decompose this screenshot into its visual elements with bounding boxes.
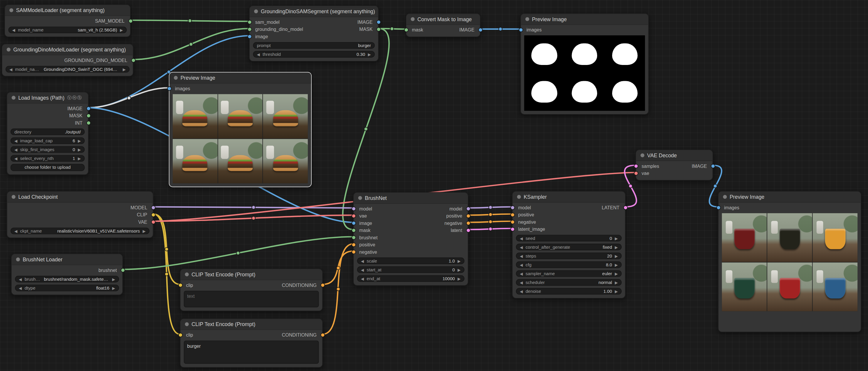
collapse-toggle-icon[interactable] (723, 195, 727, 199)
node-load-checkpoint[interactable]: Load Checkpoint MODEL CLIP VAE ckpt_name… (7, 191, 153, 238)
increment-arrow-icon[interactable] (615, 289, 618, 293)
output-port-mask[interactable] (376, 27, 381, 31)
node-brushnet[interactable]: BrushNet model model vae positive image … (353, 192, 468, 286)
prompt-widget[interactable]: prompt burger (253, 42, 375, 49)
decrement-arrow-icon[interactable] (361, 268, 364, 272)
denoise-widget[interactable]: denoise 1.00 (516, 288, 622, 294)
model-name-widget[interactable]: model_name sam_vit_h (2.56GB) (8, 26, 127, 33)
node-preview-image-source[interactable]: Preview Image images (169, 72, 312, 187)
input-port-model[interactable] (351, 206, 356, 211)
increment-arrow-icon[interactable] (78, 156, 81, 160)
increment-arrow-icon[interactable] (458, 268, 461, 272)
output-port-mask[interactable] (86, 113, 90, 118)
next-arrow-icon[interactable] (123, 67, 126, 71)
output-port-conditioning[interactable] (320, 333, 324, 337)
decrement-arrow-icon[interactable] (361, 277, 364, 281)
prev-arrow-icon[interactable] (9, 67, 12, 71)
node-title-bar[interactable]: SAMModelLoader (segment anything) (5, 5, 130, 16)
output-port-grounding-dino-model[interactable] (131, 58, 135, 62)
collapse-toggle-icon[interactable] (174, 76, 178, 80)
input-port-images[interactable] (716, 205, 720, 209)
brushnet-model-widget[interactable]: brushnet brushnet/random_mask.safetensor… (15, 276, 119, 283)
input-port-positive[interactable] (351, 242, 356, 247)
output-port-negative[interactable] (466, 221, 470, 225)
collapse-toggle-icon[interactable] (640, 153, 644, 157)
choose-folder-button[interactable]: choose folder to upload (10, 164, 85, 171)
cfg-widget[interactable]: cfg 8.0 (516, 261, 622, 268)
decrement-arrow-icon[interactable] (520, 289, 523, 293)
output-port-image[interactable] (711, 164, 715, 168)
next-arrow-icon[interactable] (615, 272, 618, 276)
node-title-bar[interactable]: BrushNet (354, 193, 468, 204)
node-title-bar[interactable]: CLIP Text Encode (Prompt) (180, 319, 322, 330)
decrement-arrow-icon[interactable] (14, 148, 17, 151)
prev-arrow-icon[interactable] (19, 286, 22, 290)
prev-arrow-icon[interactable] (520, 245, 523, 249)
node-brushnet-loader[interactable]: BrushNet Loader brushnet brushnet brushn… (11, 254, 123, 295)
prev-arrow-icon[interactable] (520, 272, 523, 276)
increment-arrow-icon[interactable] (78, 148, 81, 151)
input-port-vae[interactable] (351, 213, 356, 218)
node-ksampler[interactable]: KSampler model LATENT positive negative … (512, 191, 625, 298)
next-arrow-icon[interactable] (143, 229, 146, 233)
node-title-bar[interactable]: GroundingDinoSAMSegment (segment anythin… (250, 6, 378, 17)
node-title-bar[interactable]: Load Images (Path) ⓋⒽⓈ (7, 93, 88, 104)
steps-widget[interactable]: steps 20 (516, 253, 622, 259)
node-title-bar[interactable]: Preview Image (718, 192, 861, 203)
node-clip-text-encode-negative[interactable]: CLIP Text Encode (Prompt) clip CONDITION… (180, 269, 322, 311)
node-grounding-dino-sam-segment[interactable]: GroundingDinoSAMSegment (segment anythin… (249, 6, 379, 61)
input-port-clip[interactable] (178, 333, 182, 337)
collapse-toggle-icon[interactable] (12, 195, 16, 199)
input-port-negative[interactable] (510, 220, 515, 224)
decrement-arrow-icon[interactable] (14, 139, 17, 143)
control-after-generate-widget[interactable]: control_after_generate fixed (516, 244, 622, 251)
collapse-toggle-icon[interactable] (525, 17, 529, 21)
scale-widget[interactable]: scale 1.0 (357, 258, 465, 264)
prompt-textarea[interactable]: burger (184, 340, 319, 364)
increment-arrow-icon[interactable] (615, 263, 618, 267)
collapse-toggle-icon[interactable] (185, 273, 189, 276)
model-name-widget[interactable]: model_name GroundingDINO_SwinT_OGC (694M… (6, 66, 129, 73)
node-convert-mask-to-image[interactable]: Convert Mask to Image mask IMAGE (406, 13, 480, 37)
output-port-image[interactable] (478, 27, 482, 32)
node-sam-model-loader[interactable]: SAMModelLoader (segment anything) SAM_MO… (4, 4, 131, 37)
input-port-mask[interactable] (404, 27, 408, 32)
decrement-arrow-icon[interactable] (361, 259, 364, 263)
decrement-arrow-icon[interactable] (520, 254, 523, 258)
output-port-model[interactable] (151, 205, 155, 209)
output-port-int[interactable] (86, 120, 90, 125)
node-title-bar[interactable]: CLIP Text Encode (Prompt) (180, 269, 322, 280)
input-port-image[interactable] (351, 221, 356, 225)
output-port-latent[interactable] (466, 228, 470, 232)
collapse-toggle-icon[interactable] (358, 196, 362, 200)
decrement-arrow-icon[interactable] (520, 236, 523, 240)
output-port-clip[interactable] (151, 212, 155, 217)
next-arrow-icon[interactable] (120, 28, 123, 32)
input-port-images[interactable] (167, 86, 171, 90)
node-vae-decode[interactable]: VAE Decode samples IMAGE vae (636, 150, 713, 180)
increment-arrow-icon[interactable] (78, 139, 81, 143)
next-arrow-icon[interactable] (615, 281, 618, 284)
increment-arrow-icon[interactable] (458, 277, 461, 281)
prev-arrow-icon[interactable] (19, 277, 22, 281)
input-port-images[interactable] (519, 27, 523, 32)
output-port-conditioning[interactable] (320, 283, 324, 287)
node-preview-image-masks[interactable]: Preview Image images (521, 13, 649, 115)
threshold-widget[interactable]: threshold 0.30 (253, 51, 375, 58)
node-grounding-dino-model-loader[interactable]: GroundingDinoModelLoader (segment anythi… (2, 44, 134, 77)
prompt-textarea[interactable]: text (184, 291, 319, 308)
node-title-bar[interactable]: KSampler (513, 192, 625, 203)
output-port-vae[interactable] (151, 220, 155, 224)
decrement-arrow-icon[interactable] (520, 263, 523, 267)
node-title-bar[interactable]: Preview Image (521, 14, 648, 25)
collapse-toggle-icon[interactable] (185, 322, 189, 326)
input-port-sam-model[interactable] (247, 20, 251, 24)
prev-arrow-icon[interactable] (12, 28, 15, 32)
increment-arrow-icon[interactable] (368, 52, 371, 56)
input-port-brushnet[interactable] (351, 235, 356, 239)
node-graph-canvas[interactable]: SAMModelLoader (segment anything) SAM_MO… (0, 0, 868, 371)
output-port-positive[interactable] (466, 213, 470, 218)
prev-arrow-icon[interactable] (520, 281, 523, 284)
input-port-image[interactable] (247, 34, 251, 38)
node-preview-image-result[interactable]: Preview Image images (718, 191, 861, 332)
